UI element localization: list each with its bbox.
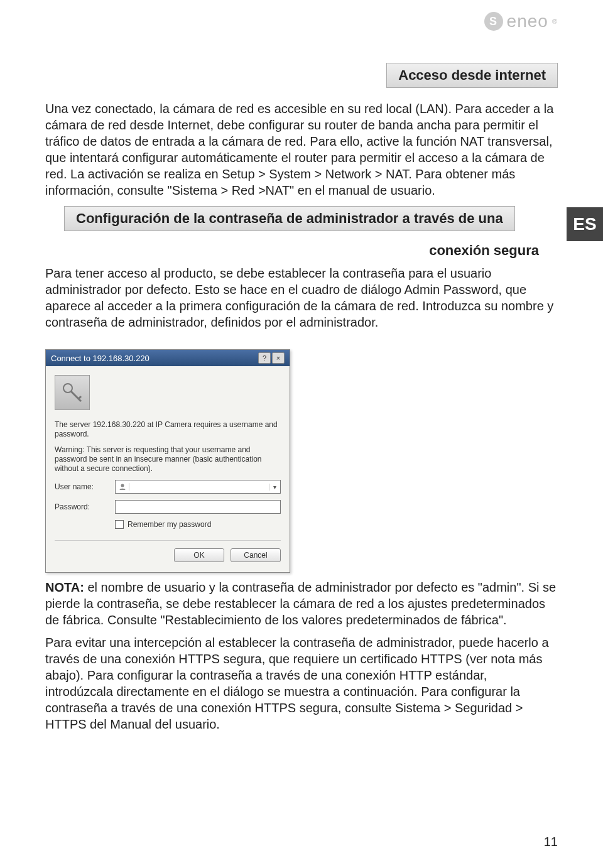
dialog-title: Connect to 192.168.30.220 xyxy=(51,354,149,363)
chevron-down-icon[interactable]: ▾ xyxy=(269,484,280,491)
cancel-button[interactable]: Cancel xyxy=(231,548,281,562)
svg-point-3 xyxy=(121,484,124,487)
svg-line-1 xyxy=(71,391,81,401)
paragraph-note: NOTA: el nombre de usuario y la contrase… xyxy=(45,579,558,628)
brand-name: eneo xyxy=(507,11,548,31)
remember-password-checkbox[interactable] xyxy=(115,520,124,529)
brand-tm: ® xyxy=(552,18,558,25)
dialog-message-2: Warning: This server is requesting that … xyxy=(55,445,281,474)
password-label: Password: xyxy=(55,502,115,511)
section-heading-internet-access: Acceso desde internet xyxy=(386,63,558,88)
auth-dialog: Connect to 192.168.30.220 ? × The server… xyxy=(45,349,290,573)
username-label: User name: xyxy=(55,482,115,491)
brand-logo: S eneo ® xyxy=(484,11,558,31)
remember-password-label: Remember my password xyxy=(128,520,211,529)
password-input[interactable] xyxy=(116,501,280,513)
paragraph-internet-access: Una vez conectado, la cámara de red es a… xyxy=(45,100,558,198)
section-heading-secure-connection: conexión segura xyxy=(45,242,539,259)
paragraph-https: Para evitar una intercepción al establec… xyxy=(45,634,558,732)
keys-icon xyxy=(55,375,90,410)
username-input[interactable] xyxy=(129,480,269,493)
svg-point-0 xyxy=(63,384,72,393)
paragraph-admin-password: Para tener acceso al producto, se debe e… xyxy=(45,265,558,330)
dialog-help-button[interactable]: ? xyxy=(258,352,271,364)
dialog-message-1: The server 192.168.30.220 at IP Camera r… xyxy=(55,420,281,439)
username-combobox[interactable]: ▾ xyxy=(115,480,281,494)
user-icon xyxy=(116,483,129,491)
section-heading-admin-password: Configuración de la contraseña de admini… xyxy=(64,206,515,231)
language-tab: ES xyxy=(567,207,603,241)
note-label: NOTA: xyxy=(45,580,84,594)
note-text: el nombre de usuario y la contraseña de … xyxy=(45,580,556,627)
brand-logo-icon: S xyxy=(484,12,503,31)
svg-line-2 xyxy=(79,396,81,399)
ok-button[interactable]: OK xyxy=(174,548,224,562)
dialog-close-button[interactable]: × xyxy=(272,352,285,364)
dialog-titlebar: Connect to 192.168.30.220 ? × xyxy=(46,350,290,366)
page-number: 11 xyxy=(544,835,558,849)
password-field-wrap[interactable] xyxy=(115,500,281,514)
